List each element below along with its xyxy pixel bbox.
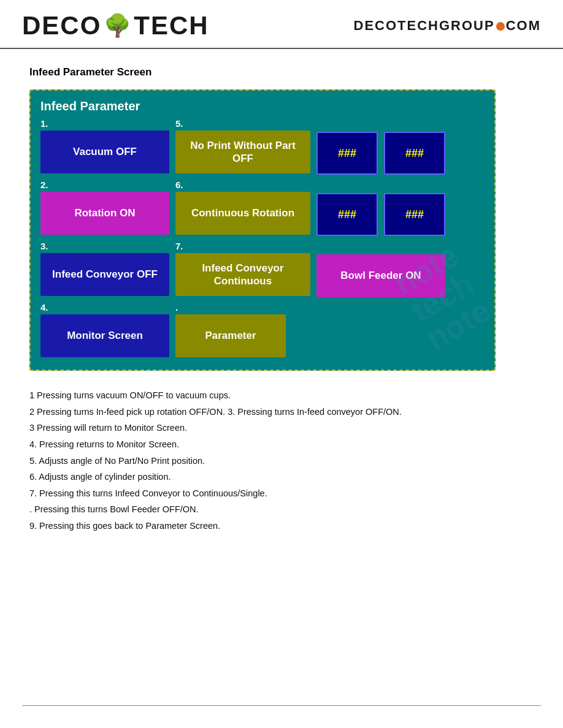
row1-num: 1. <box>40 118 169 131</box>
col-7: 7. Infeed Conveyor Continuous <box>175 241 310 296</box>
note-6: 6. Adjusts angle of cylinder position. <box>29 469 534 485</box>
page-header: DECO 🌳 TECH DECOTECHGROUPCOM <box>0 0 563 49</box>
col-2: 2. Rotation ON <box>40 180 169 235</box>
row4-num: 4. <box>40 302 169 314</box>
col-param: . Parameter <box>175 302 286 357</box>
hash-button-3[interactable]: ### <box>316 193 378 236</box>
col-4: 4. Monitor Screen <box>40 302 169 357</box>
note-7: 7. Pressing this turns Infeed Conveyor t… <box>29 486 534 501</box>
logo-right-text1: DECOTECHGROUP <box>354 18 495 33</box>
footer-line <box>22 705 541 706</box>
monitor-screen-button[interactable]: Monitor Screen <box>40 314 169 357</box>
row3-right-num: 7. <box>175 241 310 253</box>
bowl-feeder-on-button[interactable]: Bowl Feeder ON <box>316 254 445 297</box>
hash-button-4[interactable]: ### <box>384 193 445 236</box>
infeed-conveyor-off-button[interactable]: Infeed Conveyor OFF <box>40 253 169 296</box>
notes-section: 1 Pressing turns vacuum ON/OFF to vacuum… <box>29 388 534 534</box>
note-9: 9. Pressing this goes back to Parameter … <box>29 518 534 534</box>
col-hash3: ### <box>316 193 378 236</box>
no-print-without-part-button[interactable]: No Print Without Part OFF <box>175 131 310 173</box>
note-8: . Pressing this turns Bowl Feeder OFF/ON… <box>29 502 534 517</box>
note-3: 3 Pressing will return to Monitor Screen… <box>29 420 534 436</box>
logo-right-text2: COM <box>506 18 541 33</box>
col-5: 5. No Print Without Part OFF <box>175 118 310 173</box>
hash-button-1[interactable]: ### <box>316 132 378 175</box>
row3-num: 3. <box>40 241 169 253</box>
col-1: 1. Vacuum OFF <box>40 118 169 173</box>
note-4: 4. Pressing returns to Monitor Screen. <box>29 437 534 452</box>
row2-right-num: 6. <box>175 180 310 192</box>
logo-dot-icon <box>496 22 505 31</box>
parameter-button[interactable]: Parameter <box>175 314 286 357</box>
logo-tech-text: TECH <box>134 11 209 40</box>
vacuum-off-button[interactable]: Vacuum OFF <box>40 131 169 173</box>
col-3: 3. Infeed Conveyor OFF <box>40 241 169 296</box>
infeed-conveyor-continuous-button[interactable]: Infeed Conveyor Continuous <box>175 253 310 296</box>
logo-deco-text: DECO <box>22 11 101 40</box>
note-1: 1 Pressing turns vacuum ON/OFF to vacuum… <box>29 388 534 403</box>
infeed-parameter-box: Infeed Parameter notetechnote 1. Vacuum … <box>29 89 496 371</box>
note-5: 5. Adjusts angle of No Part/No Print pos… <box>29 453 534 469</box>
logo-right: DECOTECHGROUPCOM <box>354 18 541 34</box>
logo-tree-icon: 🌳 <box>104 13 131 39</box>
row2-num: 2. <box>40 180 169 192</box>
infeed-box-title: Infeed Parameter <box>40 99 484 113</box>
section-title: Infeed Parameter Screen <box>29 66 534 78</box>
logo-left: DECO 🌳 TECH <box>22 11 209 40</box>
row4-right-dot: . <box>175 302 286 314</box>
col-hash2: ### <box>384 132 445 175</box>
continuous-rotation-button[interactable]: Continuous Rotation <box>175 192 310 235</box>
rotation-on-button[interactable]: Rotation ON <box>40 192 169 235</box>
main-content: Infeed Parameter Screen Infeed Parameter… <box>0 49 563 559</box>
col-hash1: ### <box>316 132 378 175</box>
col-6: 6. Continuous Rotation <box>175 180 310 235</box>
hash-button-2[interactable]: ### <box>384 132 445 175</box>
col-bowl: Bowl Feeder ON <box>316 254 445 297</box>
row1-right-num: 5. <box>175 118 310 131</box>
note-2: 2 Pressing turns In-feed pick up rotatio… <box>29 404 534 420</box>
col-hash4: ### <box>384 193 445 236</box>
